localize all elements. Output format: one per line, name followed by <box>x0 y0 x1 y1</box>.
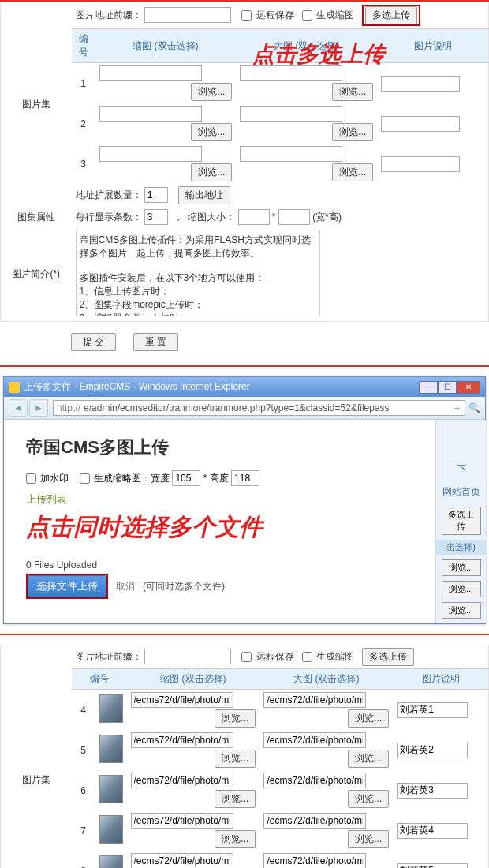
thumbnail-image[interactable] <box>99 735 123 763</box>
watermark-checkbox[interactable] <box>26 473 36 484</box>
col-caption: 图片说明 <box>377 29 488 63</box>
row-no: 3 <box>72 144 95 184</box>
browse-button[interactable]: 浏览... <box>348 709 389 728</box>
browse-button[interactable]: 浏览... <box>348 790 389 808</box>
caption-input[interactable] <box>397 702 468 718</box>
prefix-input[interactable] <box>144 7 231 23</box>
forward-button[interactable]: ► <box>29 399 48 417</box>
row-no: 4 <box>72 690 95 731</box>
thumbnail-image[interactable] <box>99 855 123 868</box>
big-input[interactable] <box>240 146 342 162</box>
remote-save-checkbox[interactable] <box>241 10 252 21</box>
select-files-button[interactable]: 选择文件上传 <box>28 575 106 597</box>
thumb-height-input[interactable] <box>231 470 259 486</box>
browse-button[interactable]: 浏览... <box>191 83 232 101</box>
thumb-input[interactable] <box>99 146 202 162</box>
thumbnail-image[interactable] <box>99 775 123 803</box>
page-title: 帝国CMS多图上传 <box>26 436 412 459</box>
section-label-intro: 图片简介(*) <box>1 227 72 322</box>
thumb-input[interactable] <box>131 732 233 748</box>
big-input[interactable] <box>240 106 342 122</box>
browse-button[interactable]: 浏览... <box>215 709 256 728</box>
per-row-input[interactable] <box>144 209 168 225</box>
attrs-row: 每行显示条数： ， 缩图大小： * (宽*高) <box>72 207 489 227</box>
big-input[interactable] <box>263 692 366 708</box>
url-bar[interactable]: http:// e/admin/ecmseditor/tranmore/tran… <box>53 400 465 416</box>
browse-button[interactable]: 浏览... <box>348 830 389 848</box>
browse-button[interactable]: 浏览... <box>332 83 373 101</box>
prefix-label: 图片地址前缀： <box>76 9 142 21</box>
caption-input[interactable] <box>381 116 460 132</box>
extend-label: 地址扩展数量： <box>76 189 142 200</box>
watermark-label: 加水印 <box>40 473 69 484</box>
thumbnail-image[interactable] <box>99 815 123 844</box>
ie-toolbar: ◄ ► http:// e/admin/ecmseditor/tranmore/… <box>4 397 485 420</box>
close-button[interactable]: ✕ <box>457 381 480 394</box>
big-input[interactable] <box>263 773 366 788</box>
row-no: 8 <box>72 851 95 868</box>
browse-button[interactable]: 浏览... <box>442 602 481 619</box>
caption-input[interactable] <box>397 863 468 869</box>
caption-input[interactable] <box>397 743 468 758</box>
back-button[interactable]: ◄ <box>9 399 28 417</box>
table-row: 7 浏览... 浏览... <box>1 810 489 851</box>
big-input[interactable] <box>263 732 366 748</box>
thumb-input[interactable] <box>131 773 233 788</box>
browse-button[interactable]: 浏览... <box>332 163 373 181</box>
browse-button[interactable]: 浏览... <box>215 750 256 768</box>
gen-thumb-checkbox[interactable] <box>302 652 312 662</box>
thumb-size-label: 缩图大小： <box>188 211 235 223</box>
browse-button[interactable]: 浏览... <box>332 123 373 141</box>
gen-thumb-checkbox[interactable] <box>302 10 312 21</box>
table-row: 8 浏览... 浏览... <box>1 851 489 868</box>
thumb-input[interactable] <box>99 65 202 81</box>
prefix-input[interactable] <box>144 649 231 664</box>
callout-select-multi: 点击同时选择多个文件 <box>26 511 412 544</box>
multi-upload-button[interactable]: 多选上传 <box>442 507 481 535</box>
thumb-width-input[interactable] <box>172 470 200 486</box>
multi-upload-button[interactable]: 多选上传 <box>362 648 414 666</box>
browse-button[interactable]: 浏览... <box>442 559 481 576</box>
nav-next[interactable]: 下 <box>436 459 486 479</box>
gen-thumb-label: 生成缩图 <box>316 651 354 662</box>
caption-input[interactable] <box>397 783 468 799</box>
browse-button[interactable]: 浏览... <box>215 790 256 808</box>
thumb-input[interactable] <box>99 106 202 122</box>
browse-button[interactable]: 浏览... <box>191 123 232 141</box>
caption-input[interactable] <box>381 76 460 92</box>
row-no: 1 <box>72 63 95 104</box>
big-input[interactable] <box>263 813 366 829</box>
caption-input[interactable] <box>397 823 468 839</box>
extend-count-input[interactable] <box>144 187 168 203</box>
browse-button[interactable]: 浏览... <box>348 750 389 768</box>
submit-button[interactable]: 提 交 <box>71 333 116 351</box>
url-protocol: http:// <box>57 402 80 413</box>
upload-list-label: 上传列表 <box>26 492 412 507</box>
maximize-button[interactable]: ☐ <box>438 381 457 394</box>
intro-textarea[interactable]: 帝国CMS多图上传插件：为采用FLASH方式实现同时选择多个图片一起上传，提高多… <box>76 230 320 316</box>
thumb-input[interactable] <box>131 853 233 868</box>
caption-input[interactable] <box>381 156 460 172</box>
reset-button[interactable]: 重 置 <box>133 333 178 351</box>
minimize-button[interactable]: ─ <box>419 381 438 394</box>
browse-button[interactable]: 浏览... <box>215 830 256 848</box>
cancel-link[interactable]: 取消 <box>116 581 135 592</box>
go-icon[interactable]: → <box>452 402 461 413</box>
col-thumb: 缩图 (双击选择) <box>95 29 237 63</box>
row-2: 2 浏览... 浏览... <box>1 103 489 144</box>
nav-home[interactable]: 网站首页 <box>436 482 486 502</box>
thumbnail-image[interactable] <box>99 694 123 723</box>
thumb-height-input[interactable] <box>278 209 310 225</box>
thumb-checkbox[interactable] <box>80 473 90 484</box>
browse-button[interactable]: 浏览... <box>442 581 481 597</box>
thumb-width-input[interactable] <box>238 209 270 225</box>
big-input[interactable] <box>263 853 366 868</box>
table-row: 6 浏览... 浏览... <box>1 770 489 810</box>
thumb-input[interactable] <box>131 813 233 829</box>
browse-button[interactable]: 浏览... <box>191 163 232 181</box>
multi-upload-button[interactable]: 多选上传 <box>365 6 417 24</box>
search-icon[interactable]: 🔍 <box>468 402 480 413</box>
thumb-input[interactable] <box>131 692 233 708</box>
output-button[interactable]: 输出地址 <box>178 186 230 204</box>
remote-save-checkbox[interactable] <box>241 652 252 662</box>
